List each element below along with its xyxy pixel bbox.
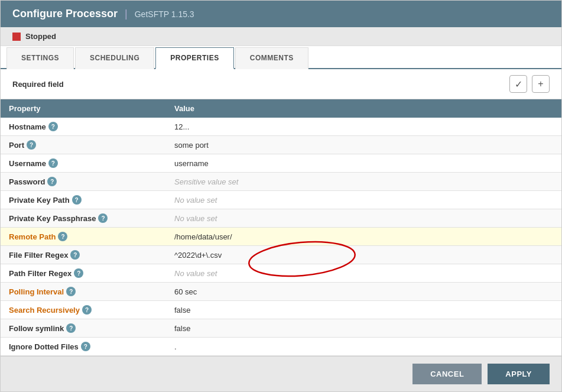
property-value-text[interactable]: false — [166, 301, 561, 319]
apply-button[interactable]: APPLY — [488, 364, 550, 384]
property-value-text[interactable]: . — [166, 338, 561, 356]
property-value-text[interactable]: No value set — [166, 209, 561, 228]
dialog-footer: CANCEL APPLY — [1, 356, 561, 391]
help-icon[interactable]: ? — [66, 287, 76, 296]
dialog-header: Configure Processor | GetSFTP 1.15.3 — [1, 1, 561, 27]
property-name-text: Path Filter Regex — [9, 269, 72, 278]
required-field-label: Required field — [12, 80, 64, 89]
table-row[interactable]: Private Key Passphrase?No value set — [1, 209, 561, 228]
help-icon[interactable]: ? — [98, 213, 108, 223]
table-row[interactable]: Ignore Dotted Files?. — [1, 338, 561, 356]
properties-table-wrapper[interactable]: Property Value Hostname?12...Port?some p… — [1, 99, 561, 356]
cancel-button[interactable]: CANCEL — [412, 364, 482, 384]
tab-comments[interactable]: COMMENTS — [235, 47, 308, 69]
property-value-text[interactable]: No value set — [166, 264, 561, 283]
property-name-text: Search Recursively — [9, 306, 80, 315]
tab-scheduling[interactable]: SCHEDULING — [75, 47, 154, 69]
property-name-text: File Filter Regex — [9, 251, 68, 260]
help-icon[interactable]: ? — [58, 232, 67, 241]
table-row[interactable]: File Filter Regex?^2022\d+\.csv — [1, 246, 561, 264]
property-name-text: Private Key Passphrase — [9, 214, 96, 223]
property-value-text[interactable]: Sensitive value set — [166, 173, 561, 191]
table-row[interactable]: Username?username — [1, 154, 561, 173]
value-column-header: Value — [166, 99, 561, 118]
check-icon-button[interactable]: ✓ — [509, 75, 527, 93]
processor-subtitle: GetSFTP 1.15.3 — [135, 9, 194, 19]
help-icon[interactable]: ? — [74, 268, 83, 278]
status-bar: Stopped — [1, 27, 561, 46]
table-row[interactable]: Path Filter Regex?No value set — [1, 264, 561, 283]
properties-table: Property Value Hostname?12...Port?some p… — [1, 99, 561, 356]
table-header-row: Property Value — [1, 99, 561, 118]
property-value-text[interactable]: some port — [166, 136, 561, 154]
help-icon[interactable]: ? — [81, 342, 90, 351]
help-icon[interactable]: ? — [70, 250, 80, 260]
configure-processor-dialog: Configure Processor | GetSFTP 1.15.3 Sto… — [0, 0, 562, 392]
property-name-text: Polling Interval — [9, 287, 64, 296]
property-name-text: Private Key Path — [9, 196, 70, 205]
help-icon[interactable]: ? — [48, 158, 58, 168]
action-buttons: ✓ + — [509, 75, 550, 93]
table-row[interactable]: Private Key Path?No value set — [1, 191, 561, 209]
property-name-text: Ignore Dotted Files — [9, 342, 79, 351]
stopped-indicator — [12, 33, 21, 41]
tab-properties[interactable]: PROPERTIES — [155, 47, 233, 69]
property-value-text[interactable]: 60 sec — [166, 283, 561, 301]
property-value-text[interactable]: ^2022\d+\.csv — [166, 246, 561, 264]
table-row[interactable]: Polling Interval?60 sec — [1, 283, 561, 301]
help-icon[interactable]: ? — [82, 305, 92, 315]
help-icon[interactable]: ? — [48, 122, 58, 131]
property-name-text: Hostname — [9, 122, 46, 131]
property-value-text[interactable]: username — [166, 154, 561, 173]
property-value-text[interactable]: 12... — [166, 118, 561, 136]
table-row[interactable]: Hostname?12... — [1, 118, 561, 136]
help-icon[interactable]: ? — [47, 177, 57, 186]
table-row[interactable]: Password?Sensitive value set — [1, 173, 561, 191]
property-value-text[interactable]: /home/data/user/ — [166, 228, 561, 246]
table-row[interactable]: Remote Path?/home/data/user/ — [1, 228, 561, 246]
property-name-text: Password — [9, 177, 45, 186]
required-field-bar: Required field ✓ + — [1, 69, 561, 99]
property-value-text[interactable]: No value set — [166, 191, 561, 209]
content-area: Required field ✓ + Property Value — [1, 69, 561, 356]
check-icon: ✓ — [515, 79, 522, 90]
tab-settings[interactable]: SETTINGS — [7, 47, 74, 69]
property-name-text: Port — [9, 141, 24, 150]
status-label: Stopped — [25, 32, 56, 41]
property-name-text: Username — [9, 159, 46, 168]
plus-icon: + — [538, 79, 543, 89]
dialog-title: Configure Processor — [12, 8, 118, 20]
property-name-text: Follow symlink — [9, 324, 64, 333]
property-name-text: Remote Path — [9, 232, 56, 241]
table-row[interactable]: Follow symlink?false — [1, 319, 561, 338]
property-column-header: Property — [1, 99, 166, 118]
add-property-button[interactable]: + — [532, 75, 550, 93]
table-row[interactable]: Port?some port — [1, 136, 561, 154]
property-value-text[interactable]: false — [166, 319, 561, 338]
help-icon[interactable]: ? — [27, 140, 36, 150]
help-icon[interactable]: ? — [72, 195, 82, 205]
tabs-container: SETTINGS SCHEDULING PROPERTIES COMMENTS — [1, 46, 561, 69]
help-icon[interactable]: ? — [66, 323, 76, 333]
title-separator: | — [125, 8, 128, 20]
table-row[interactable]: Search Recursively?false — [1, 301, 561, 319]
